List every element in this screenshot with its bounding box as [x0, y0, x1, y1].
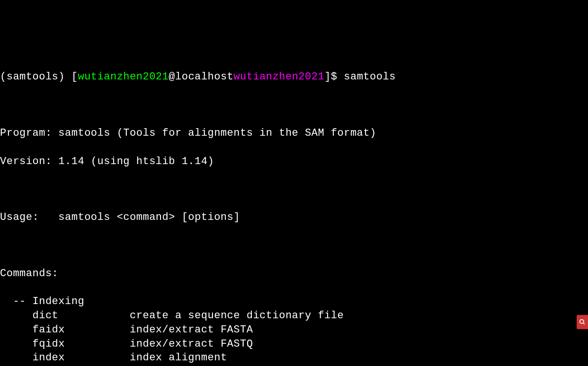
command-name: index — [0, 352, 130, 364]
command-row: index index alignment — [0, 351, 588, 365]
search-icon — [579, 319, 586, 325]
conda-env: samtools — [7, 71, 59, 83]
program-line: Program: samtools (Tools for alignments … — [0, 126, 588, 140]
command-description: create a sequence dictionary file — [130, 310, 344, 322]
prompt-user: wutianzhen2021 — [78, 71, 169, 83]
blank-line — [0, 98, 588, 113]
command-row: fqidx index/extract FASTQ — [0, 337, 588, 351]
command-name: dict — [0, 310, 130, 322]
svg-line-1 — [583, 323, 585, 324]
command-row: dict create a sequence dictionary file — [0, 309, 588, 323]
typed-command: samtools — [344, 71, 396, 83]
prompt-cwd: wutianzhen2021 — [233, 71, 324, 83]
prompt-line: (samtools) [wutianzhen2021@localhostwuti… — [0, 70, 588, 84]
command-row: faidx index/extract FASTA — [0, 323, 588, 337]
prompt-host: localhost — [175, 71, 233, 83]
usage-line: Usage: samtools <command> [options] — [0, 210, 588, 225]
blank-line — [0, 239, 588, 253]
blank-line — [0, 183, 588, 197]
command-name: fqidx — [0, 338, 130, 350]
version-line: Version: 1.14 (using htslib 1.14) — [0, 155, 588, 169]
search-indicator[interactable] — [577, 315, 588, 329]
section-title: -- Indexing — [0, 295, 588, 309]
commands-header: Commands: — [0, 267, 588, 281]
svg-point-0 — [580, 320, 584, 323]
terminal-output[interactable]: (samtools) [wutianzhen2021@localhostwuti… — [0, 56, 588, 366]
command-description: index/extract FASTQ — [130, 338, 253, 350]
command-description: index/extract FASTA — [130, 324, 253, 336]
command-name: faidx — [0, 324, 130, 336]
command-description: index alignment — [130, 352, 227, 364]
